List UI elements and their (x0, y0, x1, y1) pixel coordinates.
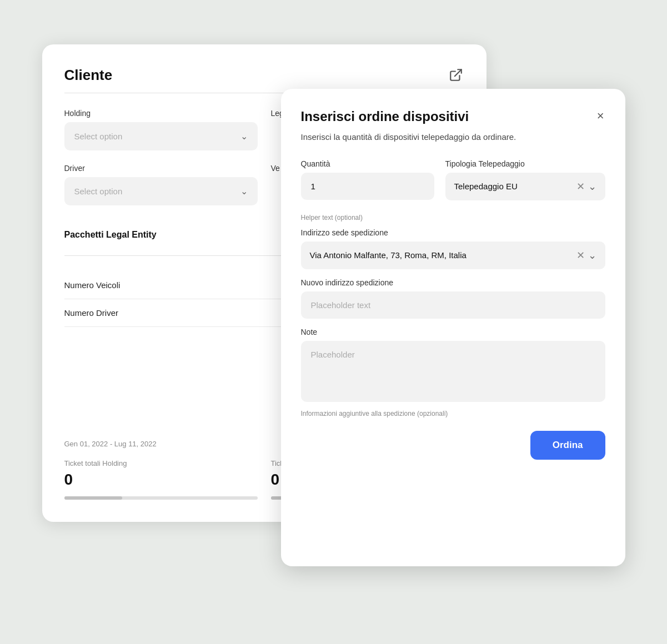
tipologia-select[interactable]: Telepedaggio EU ✕ ⌄ (445, 173, 605, 200)
driver-placeholder: Select option (74, 187, 123, 196)
ticket-holding-value: 0 (64, 471, 258, 489)
tipologia-label: Tipologia Telepedaggio (445, 159, 605, 168)
clear-icon[interactable]: ✕ (576, 180, 585, 193)
note-group: Note Informazioni aggiuntive alla spediz… (301, 328, 605, 417)
chevron-down-icon: ⌄ (588, 180, 596, 193)
holding-select[interactable]: Select option ⌄ (64, 122, 258, 150)
driver-select[interactable]: Select option ⌄ (64, 177, 258, 205)
indirizzo-clear-icon[interactable]: ✕ (576, 249, 585, 261)
external-link-icon[interactable] (449, 68, 464, 83)
card-header: Cliente (64, 67, 464, 84)
note-label: Note (301, 328, 605, 336)
holding-placeholder: Select option (74, 132, 123, 141)
ticket-holding-stat: Ticket totali Holding 0 (64, 459, 258, 500)
holding-group: Holding Select option ⌄ (64, 109, 258, 150)
holding-progress-bar (64, 496, 258, 500)
nuovo-indirizzo-group: Nuovo indirizzo spedizione (301, 278, 605, 319)
svg-line-0 (454, 69, 461, 76)
driver-label: Driver (64, 164, 258, 173)
quantita-tipologia-row: Quantità Tipologia Telepedaggio Telepeda… (301, 159, 605, 209)
note-textarea[interactable] (301, 341, 605, 402)
modal-header: Inserisci ordine dispositivi × (301, 109, 605, 124)
nuovo-indirizzo-input[interactable] (301, 291, 605, 319)
driver-group: Driver Select option ⌄ (64, 164, 258, 205)
indirizzo-group: Helper text (optional) Indirizzo sede sp… (301, 214, 605, 269)
driver-chevron-icon: ⌄ (240, 186, 248, 197)
numero-veicoli-label: Numero Veicoli (64, 280, 121, 290)
order-modal: Inserisci ordine dispositivi × Inserisci… (281, 89, 625, 566)
note-helper-text: Informazioni aggiuntive alla spedizione … (301, 410, 605, 417)
quantita-group: Quantità (301, 159, 434, 200)
modal-description: Inserisci la quantità di dispositivi tel… (301, 131, 605, 144)
indirizzo-select-icons: ✕ ⌄ (576, 249, 596, 261)
nuovo-indirizzo-label: Nuovo indirizzo spedizione (301, 278, 605, 287)
holding-progress-fill (64, 496, 122, 500)
indirizzo-chevron-icon: ⌄ (588, 249, 596, 261)
helper-text: Helper text (optional) (301, 214, 605, 222)
tipologia-value: Telepedaggio EU (454, 182, 518, 191)
indirizzo-select[interactable]: Via Antonio Malfante, 73, Roma, RM, Ital… (301, 242, 605, 269)
indirizzo-value: Via Antonio Malfante, 73, Roma, RM, Ital… (310, 250, 467, 260)
numero-driver-label: Numero Driver (64, 308, 119, 318)
modal-footer: Ordina (301, 431, 605, 460)
holding-label: Holding (64, 109, 258, 118)
indirizzo-label: Indirizzo sede spedizione (301, 228, 605, 237)
tipologia-group: Tipologia Telepedaggio Telepedaggio EU ✕… (445, 159, 605, 200)
quantita-label: Quantità (301, 159, 434, 168)
card-title: Cliente (64, 67, 113, 84)
tipologia-select-icons: ✕ ⌄ (576, 180, 596, 193)
modal-title: Inserisci ordine dispositivi (301, 109, 469, 124)
chevron-down-icon: ⌄ (240, 131, 248, 142)
quantita-input[interactable] (301, 173, 434, 200)
ticket-holding-label: Ticket totali Holding (64, 459, 258, 467)
ordina-button[interactable]: Ordina (530, 431, 605, 460)
close-button[interactable]: × (596, 109, 605, 123)
